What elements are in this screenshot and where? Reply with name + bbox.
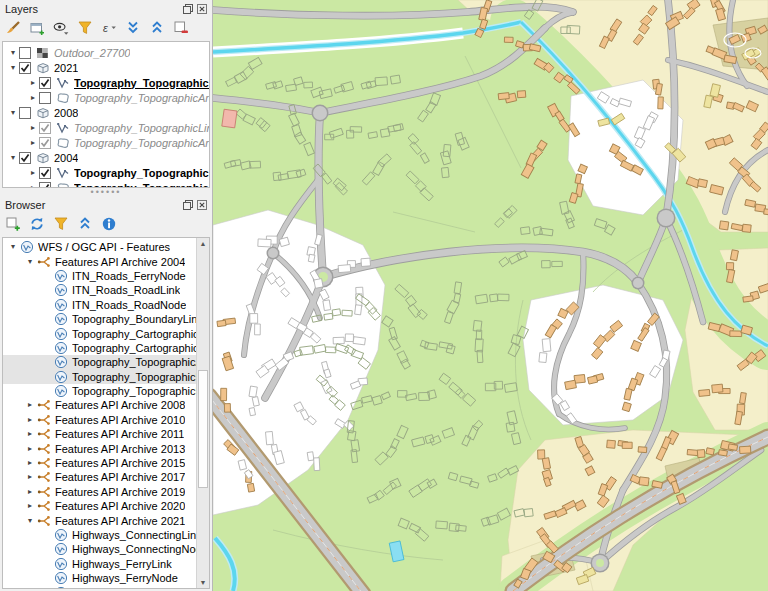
expand-arrow-icon[interactable]: ▸ [27, 78, 39, 88]
add-selected-layers-icon[interactable] [4, 216, 21, 233]
open-layer-styling-icon[interactable] [4, 20, 21, 37]
browser-item[interactable]: ▾WFS / OGC API - Features [3, 240, 196, 254]
browser-item[interactable]: ▸Features API Archive 2019 [3, 485, 196, 499]
expand-arrow-icon[interactable]: ▸ [27, 183, 39, 189]
expand-arrow-icon[interactable]: ▸ [27, 93, 39, 103]
browser-item[interactable]: Topography_CartographicSymbol [3, 326, 196, 340]
browser-item[interactable]: ▸Features API Archive 2013 [3, 441, 196, 455]
collapse-all-icon[interactable] [76, 216, 93, 233]
filter-legend-icon[interactable] [76, 20, 93, 37]
scroll-down-icon[interactable]: ▼ [197, 577, 209, 588]
layer-checkbox[interactable] [39, 77, 51, 89]
layer-item[interactable]: ▸Topography_TopographicLine [3, 165, 209, 180]
browser-item[interactable]: Topography_TopographicPoint [3, 384, 196, 398]
layer-item[interactable]: ▾Outdoor_27700 [3, 45, 209, 60]
browser-item[interactable]: Topography_CartographicText [3, 341, 196, 355]
layer-item[interactable]: ▾2004 [3, 150, 209, 165]
scrollbar-thumb[interactable] [198, 370, 208, 488]
float-panel-icon[interactable] [182, 4, 194, 15]
collapse-arrow-icon[interactable]: ▾ [7, 108, 19, 118]
expand-arrow-icon[interactable]: ▸ [24, 501, 36, 511]
expand-arrow-icon[interactable]: ▸ [24, 444, 36, 454]
layer-label: Topography_TopographicArea [74, 92, 209, 104]
layer-checkbox[interactable] [19, 62, 31, 74]
browser-item[interactable]: Topography_BoundaryLine [3, 312, 196, 326]
splitter-handle-icon: •••••• [91, 190, 122, 194]
expand-arrow-icon[interactable]: ▸ [24, 487, 36, 497]
collapse-arrow-icon[interactable]: ▾ [7, 153, 19, 163]
browser-scrollbar[interactable]: ▲ ▼ [196, 238, 209, 588]
browser-item[interactable]: ITN_Roads_RoadNode [3, 298, 196, 312]
layer-checkbox[interactable] [39, 122, 51, 134]
scroll-up-icon[interactable]: ▲ [197, 238, 209, 249]
wfs-icon [53, 355, 68, 369]
expand-arrow-icon[interactable]: ▸ [27, 168, 39, 178]
layer-item[interactable]: ▸Topography_TopographicLine [3, 75, 209, 90]
varea-icon [55, 91, 70, 105]
browser-item[interactable]: Topography_TopographicLine [3, 370, 196, 384]
expand-arrow-icon[interactable]: ▸ [24, 400, 36, 410]
collapse-arrow-icon[interactable]: ▾ [24, 516, 36, 526]
layer-checkbox[interactable] [19, 47, 31, 59]
varea-icon [55, 136, 70, 150]
browser-item[interactable]: ▾Features API Archive 2004 [3, 254, 196, 268]
browser-item[interactable]: ▸Features API Archive 2017 [3, 470, 196, 484]
layer-checkbox[interactable] [19, 152, 31, 164]
remove-layer-icon[interactable] [172, 20, 189, 37]
browser-item[interactable]: Highways_FerryNode [3, 571, 196, 585]
browser-item[interactable]: ▸Features API Archive 2008 [3, 398, 196, 412]
layer-checkbox[interactable] [39, 92, 51, 104]
refresh-icon[interactable] [28, 216, 45, 233]
float-panel-icon[interactable] [182, 200, 194, 211]
collapse-arrow-icon[interactable]: ▾ [7, 63, 19, 73]
close-panel-icon[interactable] [196, 200, 208, 211]
layer-checkbox[interactable] [39, 137, 51, 149]
expand-arrow-icon[interactable]: ▸ [24, 458, 36, 468]
layer-item[interactable]: ▾2008 [3, 105, 209, 120]
scrollbar-track[interactable] [197, 249, 209, 577]
expand-arrow-icon[interactable]: ▸ [27, 138, 39, 148]
browser-item[interactable]: Highways_ConnectingLink [3, 528, 196, 542]
connection-icon [36, 470, 51, 484]
collapse-all-icon[interactable] [148, 20, 165, 37]
browser-item[interactable]: ▾Features API Archive 2021 [3, 513, 196, 527]
browser-item[interactable]: ITN_Roads_FerryNode [3, 269, 196, 283]
browser-toolbar [0, 212, 212, 236]
browser-item[interactable]: ▸Features API Archive 2015 [3, 456, 196, 470]
add-group-icon[interactable] [28, 20, 45, 37]
layer-item[interactable]: ▸Topography_TopographicArea [3, 90, 209, 105]
layer-label: Outdoor_27700 [54, 47, 130, 59]
browser-item[interactable]: ▸Features API Archive 2010 [3, 413, 196, 427]
filter-legend-expression-icon[interactable]: ε [100, 20, 117, 37]
browser-item[interactable]: ▸Features API Archive 2020 [3, 499, 196, 513]
browser-item[interactable]: ▸Features API Archive 2011 [3, 427, 196, 441]
browser-label: Features API Archive 2010 [55, 414, 185, 426]
layer-checkbox[interactable] [39, 167, 51, 179]
expand-arrow-icon[interactable]: ▸ [24, 415, 36, 425]
filter-browser-icon[interactable] [52, 216, 69, 233]
close-panel-icon[interactable] [196, 4, 208, 15]
layer-item[interactable]: ▸Topography_TopographicArea [3, 135, 209, 150]
browser-item[interactable]: Highways_ConnectingNode [3, 542, 196, 556]
browser-item[interactable]: ITN_Roads_RoadLink [3, 283, 196, 297]
browser-item[interactable]: Topography_TopographicArea [3, 355, 196, 369]
layer-checkbox[interactable] [39, 182, 51, 189]
layer-item[interactable]: ▸Topography_TopographicLine [3, 120, 209, 135]
layer-item[interactable]: ▾2021 [3, 60, 209, 75]
expand-arrow-icon[interactable]: ▸ [24, 429, 36, 439]
properties-icon[interactable] [100, 216, 117, 233]
expand-arrow-icon[interactable]: ▸ [24, 472, 36, 482]
wfs-icon [53, 542, 68, 556]
collapse-arrow-icon[interactable]: ▾ [24, 257, 36, 267]
expand-arrow-icon[interactable]: ▸ [27, 123, 39, 133]
layer-item[interactable]: ▸Topography_TopographicArea [3, 180, 209, 188]
manage-map-themes-icon[interactable] [52, 20, 69, 37]
browser-item[interactable]: Highways_FerryLink [3, 557, 196, 571]
expand-all-icon[interactable] [124, 20, 141, 37]
collapse-arrow-icon[interactable]: ▾ [7, 48, 19, 58]
browser-item[interactable]: Highways_PathLink [3, 585, 196, 589]
map-canvas[interactable] [213, 0, 768, 591]
collapse-arrow-icon[interactable]: ▾ [7, 242, 19, 252]
layer-checkbox[interactable] [19, 107, 31, 119]
browser-panel-title: Browser [5, 199, 180, 211]
